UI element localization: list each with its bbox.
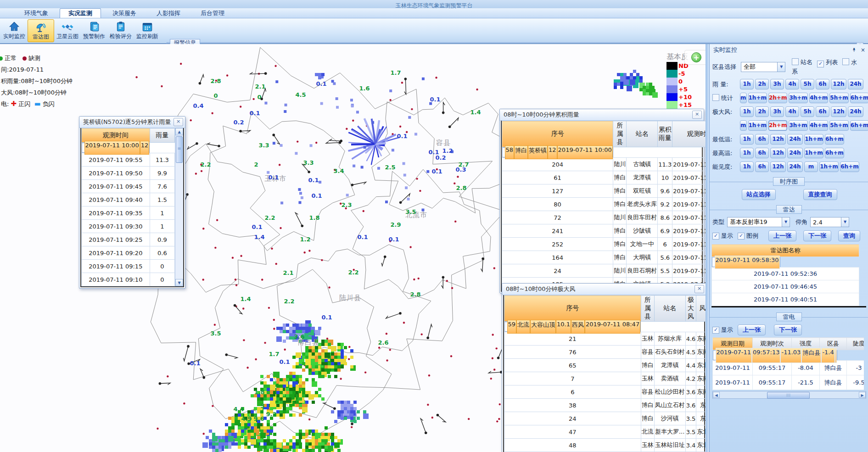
- column-header-序号[interactable]: 序号: [504, 296, 641, 322]
- tool-button-监控刷新[interactable]: 监控刷新: [134, 19, 161, 42]
- scroll-up-icon[interactable]: ▲: [175, 128, 183, 135]
- menu-tab-实况监测[interactable]: 实况监测: [60, 8, 101, 18]
- query-button-12h[interactable]: 12h: [770, 148, 786, 158]
- query-button-12h[interactable]: 12h: [770, 162, 786, 172]
- query-button-6h[interactable]: 6h: [755, 148, 769, 158]
- column-header-所属县[interactable]: 所属县: [641, 296, 654, 322]
- checkbox-checked[interactable]: ✓: [712, 233, 719, 240]
- table-row[interactable]: 24博白沙河镇3.5东风2019-07-11 09:46: [504, 412, 706, 425]
- query-button-1h+m[interactable]: 1h+m: [819, 162, 839, 172]
- table-row[interactable]: 127博白双旺镇9.62019-07-11 10:00: [502, 184, 706, 198]
- query-button-6h+m[interactable]: 6h+m: [850, 120, 868, 131]
- checkbox[interactable]: [792, 58, 799, 65]
- query-button-3h[interactable]: 3h: [770, 106, 784, 117]
- timeseries-button-站点选择[interactable]: 站点选择: [742, 189, 776, 200]
- table-row[interactable]: 72陆川良田车田村8.62019-07-11 10:00: [502, 211, 706, 224]
- horizontal-scrollbar[interactable]: ◀ ▶: [712, 391, 866, 399]
- menu-tab-后台管理[interactable]: 后台管理: [192, 8, 233, 18]
- table-row[interactable]: 2019-07-11 09:100: [82, 273, 175, 286]
- query-button-m[interactable]: m: [740, 93, 747, 103]
- column-header-序号[interactable]: 序号: [502, 121, 613, 147]
- table-row[interactable]: 164博白大垌镇5.62019-07-11 10:00: [502, 251, 706, 264]
- pin-icon[interactable]: 🖈: [851, 47, 857, 53]
- column-header-站名[interactable]: 站名: [654, 296, 685, 322]
- table-row[interactable]: 241博白沙陂镇6.92019-07-11 10:00: [502, 224, 706, 238]
- query-button-2h+m[interactable]: 2h+m: [768, 120, 787, 131]
- query-button-4h+m[interactable]: 4h+m: [809, 93, 828, 103]
- dialog-title-bar[interactable]: 08时~10时00分钟累积雨量 ×: [500, 109, 704, 121]
- query-button-5h[interactable]: 5h: [801, 106, 814, 117]
- radar-button-上一张[interactable]: 上一张: [768, 230, 796, 241]
- dialog-title-bar[interactable]: 英桥镇(N5702)逐5分钟累计雨量 ×: [79, 117, 185, 128]
- table-row[interactable]: 21玉林苏烟水库4.6东南风2019-07-11 09:49: [504, 332, 706, 346]
- radar-button-查询[interactable]: 查询: [838, 230, 860, 241]
- tool-button-卫星云图[interactable]: 卫星云图: [54, 19, 81, 42]
- table-row[interactable]: 2019-07-11 09:457.6: [82, 180, 175, 193]
- table-row[interactable]: 2019-07-11 09:5511.3: [82, 153, 175, 167]
- radar-elev-select[interactable]: 2.4 ▼: [810, 217, 849, 227]
- checkbox[interactable]: [712, 94, 719, 101]
- query-button-6h+m[interactable]: 6h+m: [825, 148, 844, 158]
- station-rain-dialog[interactable]: 英桥镇(N5702)逐5分钟累计雨量 × 观测时间雨量2019-07-11 10…: [79, 116, 185, 289]
- column-header-观测时间[interactable]: 观测时间: [672, 121, 706, 147]
- district-select[interactable]: 全部 ▼: [741, 62, 785, 72]
- column-header-站名[interactable]: 站名: [627, 121, 658, 147]
- query-button-3h+m[interactable]: 3h+m: [789, 93, 807, 103]
- query-button-4h+m[interactable]: 4h+m: [809, 120, 828, 131]
- radar-list-item[interactable]: 2019-07-11 09:52:36: [712, 268, 859, 280]
- query-button-2h[interactable]: 2h: [755, 106, 769, 117]
- extreme-wind-dialog[interactable]: 08时~10时00分钟极大风 × 序号所属县站名极大风风向出现时间59北流大容山…: [502, 283, 706, 452]
- close-icon[interactable]: ×: [174, 118, 183, 126]
- query-button-1h[interactable]: 1h: [740, 162, 754, 172]
- query-button-6h+m[interactable]: 6h+m: [825, 134, 844, 145]
- query-button-6h[interactable]: 6h: [755, 134, 769, 145]
- column-header-风向[interactable]: 风向: [696, 296, 706, 322]
- lightning-button-下一张[interactable]: 下一张: [774, 324, 802, 335]
- query-button-m[interactable]: m: [804, 162, 818, 172]
- query-button-5h+m[interactable]: 5h+m: [829, 93, 848, 103]
- query-button-12h[interactable]: 12h: [770, 134, 786, 145]
- query-button-2h[interactable]: 2h: [755, 79, 769, 89]
- radar-list-item[interactable]: 2019-07-11 09:40:51: [712, 293, 859, 306]
- scroll-left-icon[interactable]: ◀: [713, 392, 720, 398]
- table-row[interactable]: 2019-07-11 09:401.5: [82, 193, 175, 206]
- table-row[interactable]: 47北流新丰大罗...3.5东北风2019-07-11 09:12: [504, 425, 706, 439]
- query-button-3h[interactable]: 3h: [770, 79, 784, 89]
- query-button-1h+m[interactable]: 1h+m: [804, 134, 823, 145]
- query-button-3h+m[interactable]: 3h+m: [789, 120, 807, 131]
- query-button-24h[interactable]: 24h: [787, 134, 803, 145]
- query-button-1h+m[interactable]: 1h+m: [804, 148, 823, 158]
- table-row[interactable]: 2019-07-11 09:200.6: [82, 246, 175, 260]
- menu-tab-人影指挥[interactable]: 人影指挥: [148, 8, 189, 18]
- query-button-24h[interactable]: 24h: [848, 106, 863, 117]
- query-button-24h[interactable]: 24h: [787, 148, 803, 158]
- table-row[interactable]: 80博白老虎头水库9.22019-07-11 10:00: [502, 198, 706, 211]
- menu-tab-决策服务[interactable]: 决策服务: [104, 8, 145, 18]
- column-header-雨量[interactable]: 雨量: [150, 128, 174, 143]
- table-row[interactable]: 7玉林卖酒镇4.2东南风2019-07-11 09:59: [504, 372, 706, 385]
- scroll-down-icon[interactable]: ▼: [175, 279, 183, 286]
- lightning-row[interactable]: 2019-07-1109:55:17-21.5博白县-9.511: [713, 375, 864, 390]
- table-row[interactable]: 2019-07-11 09:250.9: [82, 233, 175, 246]
- query-button-24h[interactable]: 24h: [848, 79, 863, 89]
- table-row[interactable]: 204陆川古城镇11.32019-07-11 10:00: [502, 158, 706, 171]
- table-row[interactable]: 58博白英桥镇122019-07-11 10:00: [502, 147, 613, 157]
- query-button-12h[interactable]: 12h: [831, 106, 846, 117]
- query-button-1h+m[interactable]: 1h+m: [748, 120, 767, 131]
- query-button-m[interactable]: m: [740, 120, 747, 131]
- checkbox-checked[interactable]: ✓: [712, 327, 719, 334]
- lightning-button-上一张[interactable]: 上一张: [738, 324, 766, 335]
- table-row[interactable]: 24陆川良田石垌村5.52019-07-11 10:00: [502, 264, 706, 278]
- query-button-12h[interactable]: 12h: [831, 79, 846, 89]
- radar-type-select[interactable]: 基本反射率19 ▼: [727, 217, 790, 227]
- table-row[interactable]: 38博白凤山立石村3.6东风2019-07-11 09:26: [504, 399, 706, 412]
- scrollbar-thumb[interactable]: [767, 392, 810, 399]
- tool-button-雷达图[interactable]: 雷达图: [28, 19, 54, 42]
- timeseries-button-直接查询[interactable]: 直接查询: [803, 189, 837, 200]
- query-button-4h[interactable]: 4h: [785, 106, 799, 117]
- table-row[interactable]: 48玉林玉林站旧址3.4东北风2019-07-11 09:09: [504, 439, 706, 452]
- checkbox-checked[interactable]: ✓: [817, 61, 824, 67]
- close-icon[interactable]: ×: [861, 47, 865, 53]
- radar-list-item[interactable]: 2019-07-11 09:46:45: [712, 280, 859, 293]
- query-button-6h+m[interactable]: 6h+m: [850, 93, 868, 103]
